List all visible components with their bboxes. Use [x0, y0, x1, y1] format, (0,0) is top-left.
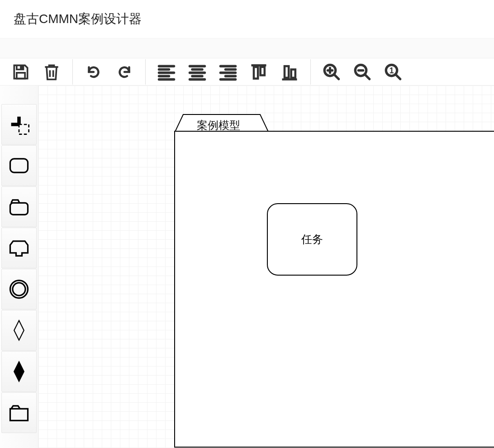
case-file-item-shape[interactable] [1, 392, 37, 433]
separator [72, 59, 73, 85]
app-header: 盘古CMMN案例设计器 [0, 0, 494, 38]
svg-rect-10 [10, 159, 28, 172]
selection-tool[interactable] [1, 104, 37, 145]
zoom-reset-button[interactable]: 1 [378, 58, 408, 86]
svg-rect-11 [10, 203, 28, 214]
stage-shape[interactable] [1, 228, 37, 268]
svg-rect-2 [254, 67, 258, 79]
align-right-button[interactable] [213, 58, 243, 86]
task-shape-icon [7, 154, 31, 177]
align-top-icon [249, 62, 269, 82]
case-plan-model[interactable] [174, 131, 494, 448]
align-bottom-icon [280, 62, 299, 82]
app-title: 盘古CMMN案例设计器 [14, 10, 142, 28]
undo-button[interactable] [109, 58, 140, 86]
svg-text:1: 1 [390, 66, 394, 75]
svg-rect-0 [17, 72, 25, 78]
align-right-icon [218, 62, 238, 82]
event-listener-shape-icon [7, 277, 31, 301]
zoom-in-button[interactable] [316, 58, 347, 86]
zoom-reset-icon: 1 [384, 62, 403, 81]
case-plan-shape-icon [7, 195, 31, 219]
exit-criterion-shape[interactable] [1, 351, 37, 392]
task-node[interactable]: 任务 [267, 203, 357, 276]
entry-criterion-shape-icon [7, 319, 31, 342]
align-bottom-button[interactable] [274, 58, 305, 86]
stage-shape-icon [7, 236, 31, 260]
align-center-button[interactable] [182, 58, 213, 86]
case-plan-shape[interactable] [1, 186, 37, 227]
svg-rect-14 [10, 409, 28, 420]
align-left-button[interactable] [151, 58, 182, 86]
svg-rect-4 [285, 66, 289, 78]
align-left-icon [157, 62, 176, 82]
redo-button[interactable] [78, 58, 109, 86]
toolbar: 1 [0, 58, 494, 86]
task-shape[interactable] [1, 145, 37, 186]
align-center-icon [187, 62, 207, 82]
case-file-item-shape-icon [7, 401, 31, 424]
trash-icon [42, 62, 62, 82]
save-button[interactable] [5, 58, 36, 86]
save-icon [11, 62, 31, 82]
shape-palette [0, 86, 38, 448]
event-listener-shape[interactable] [1, 269, 37, 310]
separator [310, 59, 311, 85]
sub-toolbar [0, 38, 494, 58]
undo-icon [116, 64, 133, 80]
separator [145, 59, 146, 85]
align-top-button[interactable] [243, 58, 274, 86]
svg-point-13 [13, 283, 25, 295]
zoom-in-icon [322, 62, 341, 81]
zoom-out-button[interactable] [347, 58, 378, 86]
svg-rect-1 [21, 66, 23, 69]
selection-tool-icon [7, 113, 31, 136]
canvas[interactable]: 案例模型 任务 [38, 86, 494, 448]
delete-button[interactable] [36, 58, 67, 86]
redo-icon [86, 64, 102, 80]
task-node-label: 任务 [301, 232, 323, 247]
svg-rect-5 [291, 69, 295, 77]
svg-rect-3 [261, 67, 265, 75]
zoom-out-icon [353, 62, 372, 81]
exit-criterion-shape-icon [7, 360, 31, 383]
entry-criterion-shape[interactable] [1, 310, 37, 351]
